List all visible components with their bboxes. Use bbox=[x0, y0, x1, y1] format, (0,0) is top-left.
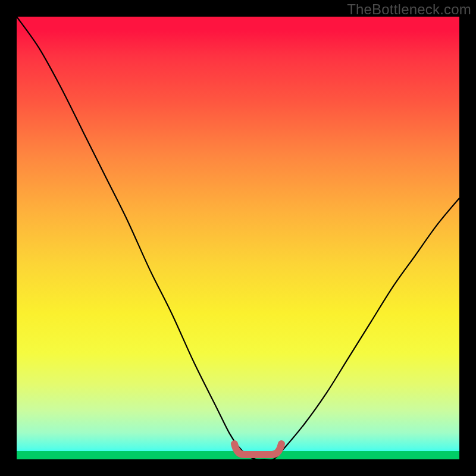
curve-layer bbox=[17, 17, 459, 459]
watermark-text: TheBottleneck.com bbox=[347, 1, 471, 18]
bottleneck-curve bbox=[17, 17, 459, 460]
chart-frame: TheBottleneck.com bbox=[0, 0, 476, 476]
plot-area bbox=[17, 17, 459, 459]
